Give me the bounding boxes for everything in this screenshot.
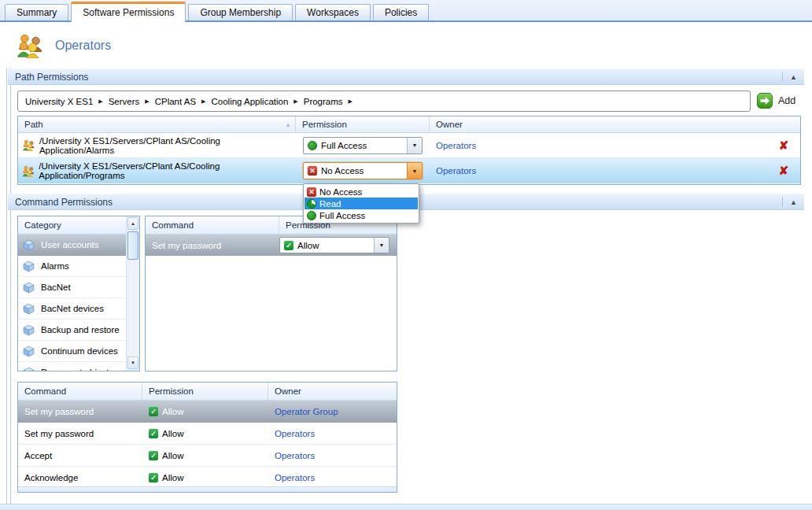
category-label: BacNet devices (41, 304, 104, 313)
category-item-document-objects[interactable]: Document objects (18, 362, 126, 371)
delete-x-icon[interactable]: ✘ (779, 164, 789, 177)
column-label: Category (24, 220, 61, 230)
divider (782, 197, 783, 207)
table-row-selected[interactable]: /University X ES1/Servers/CPlant AS/Cool… (18, 158, 800, 183)
scroll-up-icon[interactable]: ▲ (127, 217, 138, 230)
table-row[interactable]: Accept ✓Allow Operators (18, 445, 397, 467)
cube-icon (23, 346, 35, 357)
column-label: Owner (275, 386, 301, 396)
category-label: Alarms (41, 261, 69, 271)
tab-label: Workspaces (307, 7, 359, 18)
left-splitter-line (6, 68, 7, 510)
breadcrumb-segment[interactable]: University X ES1 (25, 97, 93, 106)
column-header-command[interactable]: Command (146, 216, 279, 234)
category-item-user-accounts[interactable]: User accounts (18, 235, 126, 256)
dropdown-option-no-access[interactable]: ✕ No Access (304, 186, 418, 198)
command-cell: Accept (18, 451, 142, 460)
tab-label: Software Permissions (83, 7, 174, 18)
column-label: Permission (149, 386, 194, 396)
breadcrumb-arrow-icon[interactable]: ▶ (145, 98, 149, 105)
bottom-bar (0, 504, 812, 510)
owner-link[interactable]: Operators (275, 451, 315, 460)
allow-check-icon: ✓ (149, 429, 158, 438)
breadcrumb-arrow-icon[interactable]: ▶ (98, 98, 102, 105)
category-item-bacnet-devices[interactable]: BacNet devices (18, 298, 126, 320)
column-label: Owner (436, 120, 463, 129)
owner-link[interactable]: Operators (436, 141, 476, 150)
column-header-owner[interactable]: Owner (268, 382, 397, 400)
permission-dropdown[interactable]: ✓Allow ▼ (279, 237, 389, 253)
column-header-command[interactable]: Command (18, 382, 142, 400)
option-label: Read (319, 199, 341, 209)
breadcrumb-segment[interactable]: CPlant AS (155, 97, 196, 106)
permission-value: Allow (162, 451, 183, 460)
chevron-down-icon[interactable]: ▼ (374, 238, 389, 253)
category-item-continuum-devices[interactable]: Continuum devices (18, 341, 126, 362)
category-item-bacnet[interactable]: BacNet (18, 277, 126, 298)
command-row-selected[interactable]: Set my password ✓Allow ▼ (146, 235, 397, 256)
software-permissions-page: Summary Software Permissions Group Membe… (0, 0, 812, 510)
category-label: Backup and restore (41, 325, 120, 334)
owner-link[interactable]: Operators (275, 473, 315, 482)
breadcrumb[interactable]: University X ES1▶ Servers▶ CPlant AS▶ Co… (17, 91, 751, 112)
tab-policies[interactable]: Policies (373, 4, 429, 20)
table-row-selected[interactable]: Set my password ✓Allow Operator Group (18, 401, 397, 423)
option-label: Full Access (319, 211, 365, 220)
permission-value: Full Access (321, 141, 367, 150)
breadcrumb-arrow-icon[interactable]: ▶ (349, 98, 352, 105)
category-label: User accounts (41, 240, 99, 249)
allow-check-icon: ✓ (149, 451, 158, 460)
breadcrumb-segment[interactable]: Servers (109, 97, 140, 106)
category-label: Continuum devices (41, 346, 118, 356)
cube-icon (23, 303, 35, 315)
path-cell: /University X ES1/Servers/CPlant AS/Cool… (39, 161, 296, 180)
breadcrumb-arrow-icon[interactable]: ▶ (293, 98, 297, 105)
scrollbar-thumb[interactable] (127, 231, 138, 260)
path-cell: /University X ES1/Servers/CPlant AS/Cool… (39, 136, 296, 155)
delete-x-icon[interactable]: ✘ (779, 139, 789, 152)
cube-icon (23, 367, 35, 371)
option-label: No Access (319, 187, 362, 197)
path-permissions-section-header[interactable]: Path Permissions ▲ (8, 68, 804, 85)
tab-workspaces[interactable]: Workspaces (295, 4, 371, 20)
category-item-alarms[interactable]: Alarms (18, 256, 126, 277)
column-header-owner[interactable]: Owner (430, 116, 800, 132)
breadcrumb-segment[interactable]: Cooling Application (212, 97, 289, 106)
chevron-down-icon[interactable]: ▼ (407, 138, 422, 153)
tab-summary[interactable]: Summary (5, 4, 68, 20)
tab-bar: Summary Software Permissions Group Membe… (0, 0, 812, 20)
owner-link[interactable]: Operators (436, 166, 476, 176)
owner-link[interactable]: Operator Group (275, 407, 338, 416)
breadcrumb-segment[interactable]: Programs (304, 97, 343, 106)
tab-software-permissions[interactable]: Software Permissions (71, 2, 186, 22)
cube-icon (23, 261, 35, 272)
category-label: BacNet (41, 283, 71, 292)
cube-icon (23, 239, 35, 251)
category-item-backup-and-restore[interactable]: Backup and restore (18, 320, 126, 341)
chevron-down-icon[interactable]: ▼ (407, 163, 422, 179)
add-button[interactable]: Add (757, 93, 795, 109)
dropdown-option-full-access[interactable]: Full Access (304, 209, 418, 221)
collapse-up-icon[interactable]: ▲ (790, 73, 797, 81)
scrollbar[interactable]: ▲ ▼ (126, 216, 139, 371)
owner-link[interactable]: Operators (275, 429, 315, 438)
collapse-up-icon[interactable]: ▲ (790, 198, 797, 206)
column-header-permission[interactable]: Permission (142, 382, 268, 400)
table-row[interactable]: Set my password ✓Allow Operators (18, 423, 397, 445)
dropdown-option-read[interactable]: Read (304, 198, 418, 209)
permission-dropdown-open[interactable]: ✕No Access ▼ (303, 162, 423, 179)
divider (782, 72, 783, 82)
column-header-category[interactable]: Category (18, 216, 126, 235)
permission-dropdown[interactable]: Full Access ▼ (303, 137, 423, 154)
scroll-down-icon[interactable]: ▼ (127, 357, 138, 369)
column-header-permission[interactable]: Permission (296, 116, 430, 132)
breadcrumb-arrow-icon[interactable]: ▶ (201, 98, 205, 105)
read-access-icon (307, 199, 316, 209)
tab-group-membership[interactable]: Group Membership (188, 4, 293, 20)
column-label: Path (24, 120, 43, 129)
table-row[interactable]: /University X ES1/Servers/CPlant AS/Cool… (18, 133, 800, 158)
table-row[interactable]: Acknowledge ✓Allow Operators (18, 467, 397, 489)
command-owner-table: Command Permission Owner Set my password… (17, 382, 397, 493)
full-access-icon (307, 211, 316, 220)
column-header-path[interactable]: Path ▲ (18, 116, 296, 132)
